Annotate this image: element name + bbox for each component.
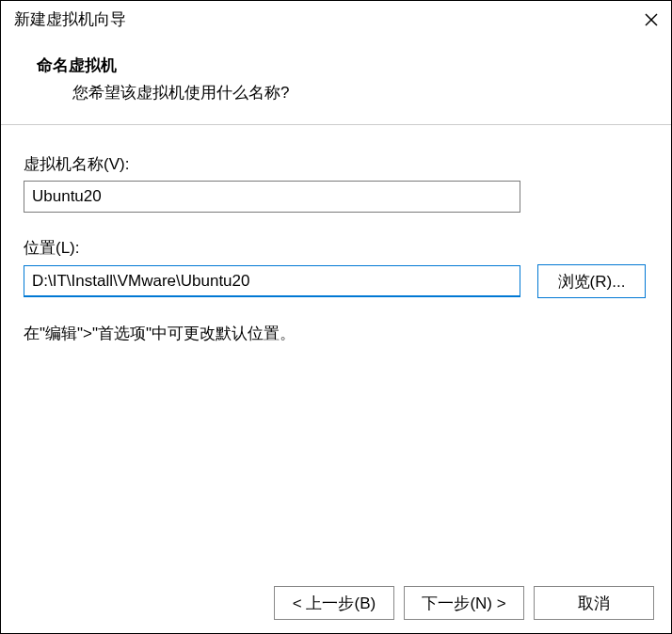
vm-name-label: 虚拟机名称(V):	[24, 153, 648, 175]
wizard-content: 虚拟机名称(V): 位置(L): 浏览(R)... 在"编辑">"首选项"中可更…	[1, 125, 671, 575]
browse-button[interactable]: 浏览(R)...	[537, 264, 646, 298]
hint-text: 在"编辑">"首选项"中可更改默认位置。	[24, 323, 648, 344]
cancel-button[interactable]: 取消	[534, 586, 654, 620]
location-row: 浏览(R)...	[24, 264, 648, 298]
page-title: 命名虚拟机	[37, 55, 658, 76]
wizard-header: 命名虚拟机 您希望该虚拟机使用什么名称?	[1, 38, 671, 125]
close-button[interactable]	[643, 11, 660, 28]
location-input[interactable]	[24, 265, 520, 297]
titlebar: 新建虚拟机向导	[1, 1, 671, 38]
close-icon	[644, 12, 659, 27]
window-title: 新建虚拟机向导	[14, 8, 126, 30]
vm-name-group: 虚拟机名称(V):	[24, 153, 648, 213]
location-label: 位置(L):	[24, 237, 648, 259]
location-group: 位置(L): 浏览(R)...	[24, 237, 648, 298]
wizard-footer: < 上一步(B) 下一步(N) > 取消	[1, 575, 671, 633]
page-subtitle: 您希望该虚拟机使用什么名称?	[37, 82, 658, 103]
next-button[interactable]: 下一步(N) >	[404, 586, 524, 620]
vm-name-input[interactable]	[24, 181, 520, 213]
back-button[interactable]: < 上一步(B)	[274, 586, 394, 620]
